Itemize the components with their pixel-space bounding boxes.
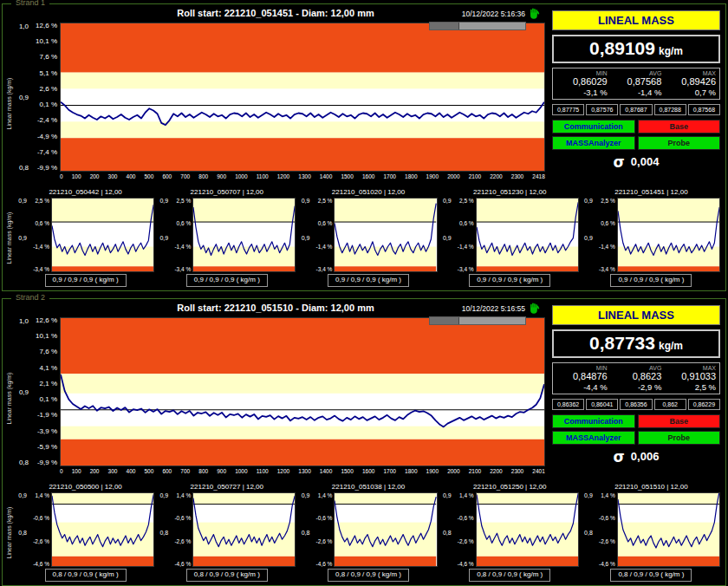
mini-chart-card: 221210_050442 | 12,00 0,90,9 2,5 %0,6 %-… <box>16 188 154 287</box>
pct-axis-label: 0,6 % <box>318 220 333 226</box>
pct-axis-label: -1,4 % <box>33 244 49 250</box>
x-tick: 1600 <box>362 468 374 479</box>
pct-axis-label: -1,4 % <box>174 244 191 250</box>
status-probe[interactable]: Probe <box>638 431 721 445</box>
pct-axis-label: -1,4 % <box>316 244 333 250</box>
status-grid: CommunicationBaseMASSAnalyzerProbe <box>552 120 720 150</box>
mini-chart-card: 221210_050707 | 12,00 0,90,9 2,5 %0,6 %-… <box>158 188 296 287</box>
hand-icon[interactable] <box>529 302 540 315</box>
stat-avg-label: AVG <box>611 70 662 76</box>
stat-max-label: MAX <box>665 365 716 371</box>
pct-axis-label: -7,4 % <box>37 149 57 156</box>
status-base[interactable]: Base <box>638 120 721 133</box>
mini-chart <box>51 492 154 567</box>
mini-chart-title: 221210_050500 | 12,00 <box>16 483 154 492</box>
pct-axis-label: 0,6 % <box>177 220 192 226</box>
mini-chart <box>617 492 720 567</box>
stat-max: MAX 0,89426 0,7 % <box>665 70 716 97</box>
x-tick: 500 <box>144 173 153 184</box>
mini-kg-labels: 0,90,9 <box>441 198 452 272</box>
pct-axis-label: -4,6 % <box>599 561 615 567</box>
kg-axis-label: 0,8 <box>159 530 168 536</box>
strand-panel-1: Strand 1 Roll start: 221210_051451 - Dia… <box>2 3 726 291</box>
mini-chart <box>51 198 154 272</box>
pct-axis-label: 5,1 % <box>40 70 57 77</box>
pct-axis-label: -2,6 % <box>599 538 615 544</box>
kg-axis-label: 0,9 <box>159 235 168 241</box>
stat-avg-pct: -2,9 % <box>611 381 662 392</box>
timeline-scrollbar[interactable] <box>429 316 526 325</box>
mini-chart-card: 221210_051250 | 12,00 0,90,8 1,4 %-0,6 %… <box>441 483 579 582</box>
status-communication[interactable]: Communication <box>552 414 635 428</box>
status-communication[interactable]: Communication <box>552 120 635 133</box>
pct-axis-label: 2,5 % <box>177 198 192 204</box>
x-tick: 1500 <box>341 468 353 479</box>
mini-pct-labels: 2,5 %0,6 %-1,4 %-3,4 % <box>594 198 617 272</box>
pct-axis-label: 2,1 % <box>40 381 57 387</box>
mini-pct-labels: 1,4 %-0,6 %-2,6 %-4,6 % <box>169 492 192 567</box>
mini-kg-labels: 0,90,9 <box>299 198 310 272</box>
scrollbar-thumb[interactable] <box>430 23 459 29</box>
main-chart-block: Roll start: 221210_051451 - Diam: 12,00 … <box>3 4 549 185</box>
pct-axis-label: -3,4 % <box>33 266 49 272</box>
x-tick: 2418 <box>532 173 544 184</box>
sigma-icon: σ <box>614 451 625 463</box>
mini-pct-labels: 1,4 %-0,6 %-2,6 %-4,6 % <box>28 492 51 567</box>
x-tick: 1800 <box>405 173 417 184</box>
x-tick: 900 <box>217 173 226 184</box>
kg-axis-label: 0,9 <box>584 198 593 204</box>
pct-axis-label: -1,4 % <box>458 244 474 250</box>
timeline-scrollbar[interactable] <box>429 22 526 30</box>
kg-axis-label: 0,9 <box>443 492 452 498</box>
lineal-mass-panel: LINEAL MASS 0,87733kg/m MIN 0,84876 -4,4… <box>549 299 725 479</box>
status-massanalyzer[interactable]: MASSAnalyzer <box>552 431 635 445</box>
stat-min-pct: -4,4 % <box>556 381 608 392</box>
pct-axis-label: -3,4 % <box>458 266 474 272</box>
pct-axis-label: 1,4 % <box>601 492 615 498</box>
kg-axis-label: 0,8 <box>19 459 29 466</box>
pct-axis-label: 2,5 % <box>318 198 333 204</box>
y-axis-title: Linear mass (kg/m) <box>4 483 15 582</box>
status-massanalyzer[interactable]: MASSAnalyzer <box>552 136 635 150</box>
kg-axis-labels: 1,00,90,8 <box>15 317 30 466</box>
stat-max-label: MAX <box>665 70 716 76</box>
stat-min: MIN 0,86029 -3,1 % <box>556 70 608 97</box>
kg-axis-label: 0,9 <box>18 492 27 498</box>
pct-axis-label: -4,6 % <box>174 561 191 567</box>
mini-pct-labels: 2,5 %0,6 %-1,4 %-3,4 % <box>28 198 51 272</box>
x-tick: 1100 <box>257 468 269 479</box>
x-tick: 100 <box>72 468 81 479</box>
status-base[interactable]: Base <box>638 414 721 428</box>
mini-kg-labels: 0,90,8 <box>158 492 169 567</box>
stat-max-pct: 0,7 % <box>665 87 716 97</box>
pct-axis-label: -1,9 % <box>37 412 57 419</box>
stat-avg-pct: -1,4 % <box>611 87 662 97</box>
pct-axis-label: 1,4 % <box>459 492 474 498</box>
history-value: 0,86041 <box>586 399 618 410</box>
hand-icon[interactable] <box>529 7 540 20</box>
pct-axis-label: -4,9 % <box>37 133 57 140</box>
history-value: 0,87576 <box>586 104 618 115</box>
mini-chart-card: 221210_051020 | 12,00 0,90,9 2,5 %0,6 %-… <box>299 188 437 287</box>
mini-chart-caption: 0,8 / 0,9 / 0,9 ( kg/m ) <box>45 569 127 582</box>
kg-axis-label: 1,0 <box>19 23 29 30</box>
x-tick: 700 <box>180 468 190 479</box>
mini-chart-card: 221210_050500 | 12,00 0,90,8 1,4 %-0,6 %… <box>16 483 154 582</box>
history-value: 0,87775 <box>552 104 584 115</box>
x-tick: 1600 <box>362 173 374 184</box>
x-tick: 0 <box>60 173 63 184</box>
lineal-mass-panel: LINEAL MASS 0,89109kg/m MIN 0,86029 -3,1… <box>549 4 725 185</box>
mini-pct-labels: 2,5 %0,6 %-1,4 %-3,4 % <box>452 198 476 272</box>
x-tick: 1200 <box>277 173 289 184</box>
scrollbar-thumb[interactable] <box>430 317 459 324</box>
status-probe[interactable]: Probe <box>638 136 721 150</box>
x-tick: 1000 <box>235 173 247 184</box>
x-tick: 2200 <box>490 173 502 184</box>
panel-title: LINEAL MASS <box>552 10 720 30</box>
pct-axis-label: 0,6 % <box>35 220 49 226</box>
mini-chart-caption: 0,8 / 0,9 / 0,9 ( kg/m ) <box>610 569 692 582</box>
mini-chart-title: 221210_051020 | 12,00 <box>299 188 437 198</box>
kg-axis-label: 0,9 <box>302 492 310 498</box>
x-tick: 1100 <box>257 173 269 184</box>
x-tick: 1700 <box>383 173 395 184</box>
